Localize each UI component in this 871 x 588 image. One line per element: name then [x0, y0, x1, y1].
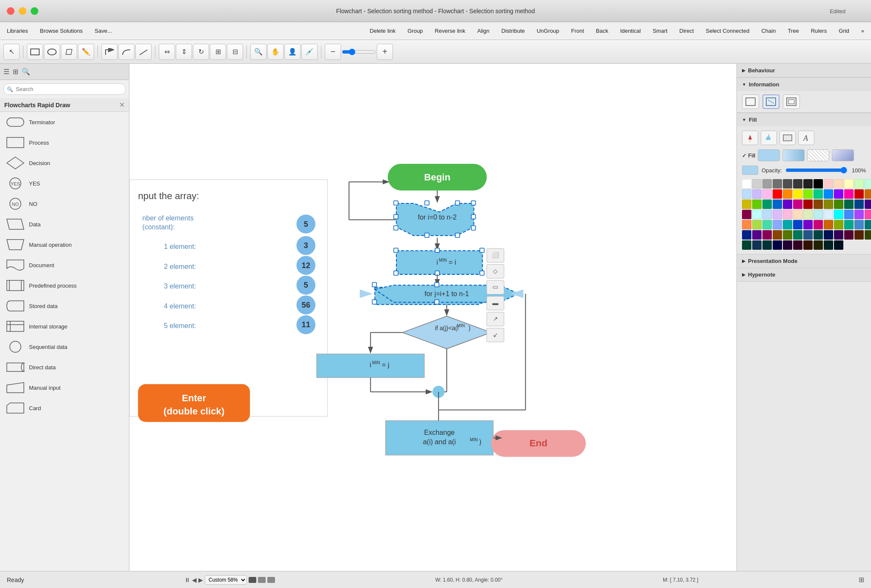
- grid-view-btn[interactable]: ⊞: [13, 68, 18, 76]
- color-cell[interactable]: [814, 210, 823, 219]
- fill-color-tool[interactable]: [742, 131, 758, 145]
- menu-libraries[interactable]: Libraries: [5, 27, 30, 35]
- color-cell[interactable]: [834, 210, 843, 219]
- menu-browse[interactable]: Browse Solutions: [38, 27, 84, 35]
- menu-select-connected[interactable]: Select Connected: [704, 27, 751, 35]
- fill-header[interactable]: ▼ Fill: [737, 113, 871, 126]
- color-cell[interactable]: [773, 189, 782, 199]
- eyedropper-tool[interactable]: 💉: [301, 44, 318, 60]
- search-input[interactable]: [3, 83, 126, 95]
- color-cell[interactable]: [762, 240, 772, 250]
- color-cell[interactable]: [803, 200, 813, 209]
- color-cell[interactable]: [803, 189, 813, 199]
- color-cell[interactable]: [824, 240, 833, 250]
- menu-save[interactable]: Save...: [93, 27, 113, 35]
- color-cell[interactable]: [814, 200, 823, 209]
- color-cell[interactable]: [865, 179, 871, 188]
- color-cell[interactable]: [742, 189, 751, 199]
- color-cell[interactable]: [814, 179, 823, 188]
- color-cell[interactable]: [752, 240, 762, 250]
- ungroup-tool[interactable]: ⊟: [227, 44, 243, 60]
- color-cell[interactable]: [793, 210, 802, 219]
- color-cell[interactable]: [814, 189, 823, 199]
- color-cell[interactable]: [803, 220, 813, 229]
- close-button[interactable]: [7, 7, 14, 15]
- color-cell[interactable]: [865, 210, 871, 219]
- hypernote-section[interactable]: ▶ Hypernote: [737, 268, 871, 282]
- color-cell[interactable]: [824, 230, 833, 240]
- menu-reverse-link[interactable]: Reverse link: [433, 27, 467, 35]
- menu-front[interactable]: Front: [569, 27, 585, 35]
- shape-item-no[interactable]: NO NO: [0, 194, 129, 214]
- color-cell[interactable]: [865, 200, 871, 209]
- page-dot-2[interactable]: [258, 577, 266, 583]
- fill-checkbox[interactable]: ✓ Fill: [742, 152, 755, 159]
- menu-rulers[interactable]: Rulers: [809, 27, 829, 35]
- corner-tool[interactable]: [101, 44, 117, 60]
- color-cell[interactable]: [793, 240, 802, 250]
- line-tool[interactable]: [135, 44, 152, 60]
- color-cell[interactable]: [762, 220, 772, 229]
- curve-tool[interactable]: [118, 44, 135, 60]
- color-cell[interactable]: [762, 200, 772, 209]
- menu-back[interactable]: Back: [594, 27, 610, 35]
- color-cell[interactable]: [773, 230, 782, 240]
- color-cell[interactable]: [752, 220, 762, 229]
- canvas-area[interactable]: nput the array: nber of elements (consta…: [129, 64, 736, 571]
- shape-item-manual[interactable]: Manual operation: [0, 234, 129, 255]
- color-cell[interactable]: [762, 210, 772, 219]
- color-cell[interactable]: [854, 230, 864, 240]
- pause-btn[interactable]: ⏸: [184, 577, 190, 583]
- shape-item-process[interactable]: Process: [0, 132, 129, 153]
- color-cell[interactable]: [773, 210, 782, 219]
- opacity-slider[interactable]: [785, 167, 847, 174]
- shape-item-data[interactable]: Data: [0, 214, 129, 234]
- page-dot-3[interactable]: [267, 577, 275, 583]
- ellipse-tool[interactable]: [44, 44, 60, 60]
- info-style-btn[interactable]: [742, 94, 759, 109]
- color-cell[interactable]: [834, 220, 843, 229]
- color-cell[interactable]: [834, 179, 843, 188]
- fill-none-btn[interactable]: [832, 149, 854, 161]
- color-cell[interactable]: [803, 179, 813, 188]
- color-cell[interactable]: [834, 200, 843, 209]
- color-cell[interactable]: [783, 220, 792, 229]
- color-cell[interactable]: [865, 189, 871, 199]
- zoom-slider[interactable]: [342, 44, 376, 60]
- color-cell[interactable]: [783, 210, 792, 219]
- color-cell[interactable]: [854, 189, 864, 199]
- color-cell[interactable]: [742, 179, 751, 188]
- color-cell[interactable]: [752, 200, 762, 209]
- minimize-button[interactable]: [19, 7, 26, 15]
- fill-gradient-btn[interactable]: [782, 149, 805, 161]
- color-cell[interactable]: [824, 200, 833, 209]
- prev-btn[interactable]: ◀: [192, 577, 197, 583]
- search-panel-btn[interactable]: 🔍: [22, 68, 30, 76]
- menu-direct[interactable]: Direct: [678, 27, 696, 35]
- menu-chain[interactable]: Chain: [759, 27, 777, 35]
- information-header[interactable]: ▼ Information: [737, 78, 871, 91]
- menu-more[interactable]: »: [860, 27, 866, 35]
- next-btn[interactable]: ▶: [198, 577, 203, 583]
- color-cell[interactable]: [793, 220, 802, 229]
- color-cell[interactable]: [783, 200, 792, 209]
- info-data-btn[interactable]: [783, 94, 800, 109]
- behaviour-header[interactable]: ▶ Behaviour: [737, 64, 871, 77]
- color-cell[interactable]: [844, 200, 854, 209]
- color-cell[interactable]: [814, 240, 823, 250]
- menu-align[interactable]: Align: [476, 27, 491, 35]
- hand-tool[interactable]: ✋: [267, 44, 284, 60]
- flip-h-tool[interactable]: ⇔: [159, 44, 175, 60]
- color-cell[interactable]: [844, 230, 854, 240]
- panel-close-btn[interactable]: ✕: [119, 101, 125, 109]
- shape-item-internal[interactable]: Internal storage: [0, 316, 129, 337]
- color-cell[interactable]: [844, 179, 854, 188]
- color-cell[interactable]: [803, 210, 813, 219]
- rect-tool[interactable]: [27, 44, 43, 60]
- color-cell[interactable]: [844, 210, 854, 219]
- color-cell[interactable]: [773, 240, 782, 250]
- color-cell[interactable]: [752, 230, 762, 240]
- select-tool[interactable]: ↖: [3, 44, 20, 60]
- list-view-btn[interactable]: ☰: [3, 68, 9, 76]
- color-cell[interactable]: [793, 230, 802, 240]
